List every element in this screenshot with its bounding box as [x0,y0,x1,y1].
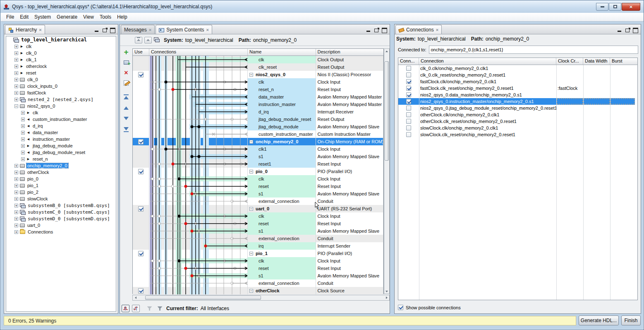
tree-item-subsystemb-0-subsystemb-qsys-[interactable]: +subsystemB_0 [subsystemB.qsys] [6,202,116,209]
connection-row[interactable]: nios2_qsys_0.instruction_master/onchip_m… [398,98,637,105]
tree-expander-icon[interactable]: + [14,71,18,75]
table-row-jtag_debug_module[interactable]: jtag_debug_moduleAvalon Memory Mapped Sl… [133,123,383,130]
connection-checkbox[interactable] [406,72,411,77]
generate-hdl-button[interactable]: Generate HDL... [579,316,619,325]
table-row-irq[interactable]: irqInterrupt Sender [133,242,383,250]
tree-item-subsystemc-0-subsystemc-qsys-[interactable]: +subsystemC_0 [subsystemC.qsys] [6,209,116,215]
add-component-button[interactable]: + [123,48,130,55]
tree-expander-icon[interactable]: + [21,118,25,121]
tree-expander-icon[interactable]: + [14,171,18,174]
tree-expander-icon[interactable]: + [14,65,18,68]
table-row-external_connection[interactable]: external_connectionConduit [133,279,383,287]
tree-item-subsystemd-0-subsystemd-qsys-[interactable]: +subsystemD_0 [subsystemD.qsys] [6,215,116,222]
tree-expander-icon[interactable]: + [14,164,18,168]
tab-messages[interactable]: Messages × [121,25,155,34]
tree-expander-icon[interactable]: + [14,217,18,221]
vertical-scroll-thumb[interactable] [385,61,389,161]
tree-expander-icon[interactable]: + [14,197,18,201]
menu-help[interactable]: Help [114,13,130,21]
connection-row[interactable]: clk_0.clk/onchip_memory2_0.clk1 [398,65,637,72]
column-header-conn[interactable]: Conn... [398,58,419,65]
table-row-nios2_qsys_0[interactable]: −nios2_qsys_0Nios II (Classic) Processor [133,71,383,78]
table-row-onchip_memory2_0[interactable]: −onchip_memory2_0On-Chip Memory (RAM or … [133,138,383,145]
tree-item-jtag-debug-module-reset[interactable]: +◄jtag_debug_module_reset [6,149,116,156]
use-checkbox[interactable] [138,72,144,77]
panel-maximize-button[interactable] [633,28,638,32]
table-row-clk1[interactable]: clk1Clock Input [133,145,383,153]
tree-item-nios2-qsys-0[interactable]: −nios2_qsys_0 [6,103,116,109]
column-header-data-width[interactable]: Data Width [583,58,610,65]
table-row-reset[interactable]: resetReset Input [133,220,383,227]
panel-maximize-button[interactable] [110,28,115,32]
panel-minimize-button[interactable] [94,28,100,32]
edit-button[interactable] [123,79,130,87]
show-clock-view-button[interactable] [122,305,129,312]
table-row-pio_1[interactable]: −pio_1PIO (Parallel I/O) [133,250,383,257]
tree-item-reset[interactable]: +►reset [6,70,116,76]
connection-row[interactable]: otherClock.clk/onchip_memory2_0.clk1 [398,111,637,118]
move-up-system-button[interactable] [144,37,152,43]
column-header-description[interactable]: Description [316,49,383,55]
tab-connections[interactable]: Connections × [395,25,442,34]
tree-item-uart-0[interactable]: +uart_0 [6,222,116,229]
tree-expander-icon[interactable]: + [14,177,18,181]
panel-minimize-button[interactable] [617,28,622,32]
tree-expander-icon[interactable]: + [14,51,18,55]
tree-item-onchip-memory2-0[interactable]: +onchip_memory2_0 [6,162,116,169]
use-checkbox[interactable] [138,288,144,294]
connection-row[interactable]: otherClock.clk_reset/onchip_memory2_0.re… [398,118,637,125]
scroll-down-button[interactable] [385,289,389,294]
system-contents-tab-close-icon[interactable]: × [206,27,209,32]
column-header-burst[interactable]: Burst [610,58,635,65]
table-row-external_connection[interactable]: external_connectionConduit [133,198,383,205]
contents-vertical-scrollbar[interactable] [384,48,390,294]
connected-to-field[interactable]: onchip_memory2_0.{clk1,s1,reset1} [429,46,638,54]
column-header-use[interactable]: Use [133,49,149,55]
tree-expander-icon[interactable]: + [21,137,25,141]
horizontal-scroll-thumb[interactable] [145,296,261,300]
menu-generate[interactable]: Generate [54,13,80,21]
connection-row[interactable]: slowClock.clk/onchip_memory2_0.clk1 [398,125,637,131]
connection-checkbox[interactable] [406,92,411,97]
tree-expander-icon[interactable]: + [14,98,18,101]
scroll-up-button[interactable] [385,49,389,53]
connection-checkbox[interactable] [406,66,411,71]
show-signal-view-button[interactable]: f [132,305,140,312]
menu-edit[interactable]: Edit [17,13,31,21]
tree-item-otherclock[interactable]: +otherClock [6,169,116,176]
panel-float-button[interactable] [374,28,379,32]
move-up-button[interactable] [123,104,130,111]
table-row-reset[interactable]: resetReset Input [133,183,383,190]
restore-button[interactable] [609,3,621,11]
collapse-icon[interactable]: − [249,289,253,293]
table-row-clk[interactable]: clkClock Input [133,257,383,265]
contents-horizontal-scrollbar[interactable] [132,295,390,301]
tree-expander-icon[interactable]: + [14,78,18,82]
tree-item-connections[interactable]: +Connections [6,229,116,235]
connection-checkbox[interactable] [406,112,411,117]
tree-item-clock-inputs-0[interactable]: +clock_inputs_0 [6,83,116,89]
remove-button[interactable]: × [123,69,130,76]
menu-system[interactable]: System [31,13,54,21]
connection-row[interactable]: nios2_qsys_0.data_master/onchip_memory2_… [398,92,637,98]
connection-checkbox[interactable] [406,106,411,111]
connection-checkbox[interactable] [406,119,411,124]
table-row-clk[interactable]: clkClock Output [133,56,383,63]
connection-row[interactable]: fastClock.clk/onchip_memory2_0.clk1 [398,78,637,85]
tree-item-clk-0[interactable]: +►clk_0 [6,50,116,56]
tree-item-d-irq[interactable]: +◄d_irq [6,123,116,129]
tree-expander-icon[interactable]: + [21,111,25,115]
table-row-otherClock[interactable]: −otherClockClock Source [133,287,383,294]
connection-checkbox[interactable] [406,99,411,104]
use-checkbox[interactable] [138,139,144,145]
table-row-reset1[interactable]: reset1Reset Input [133,160,383,168]
panel-minimize-button[interactable] [366,28,371,32]
collapse-icon[interactable]: − [249,207,253,211]
tree-expander-icon[interactable]: + [21,151,25,154]
tree-expander-icon[interactable]: + [14,58,18,62]
table-row-s1[interactable]: s1Avalon Memory Mapped Slave [133,190,383,198]
table-row-d_irq[interactable]: d_irqInterrupt Receiver [133,108,383,116]
tree-item-pio-2[interactable]: +pio_2 [6,189,116,195]
tree-expander-icon[interactable]: + [14,224,18,227]
table-row-reset_n[interactable]: reset_nReset Input [133,86,383,93]
